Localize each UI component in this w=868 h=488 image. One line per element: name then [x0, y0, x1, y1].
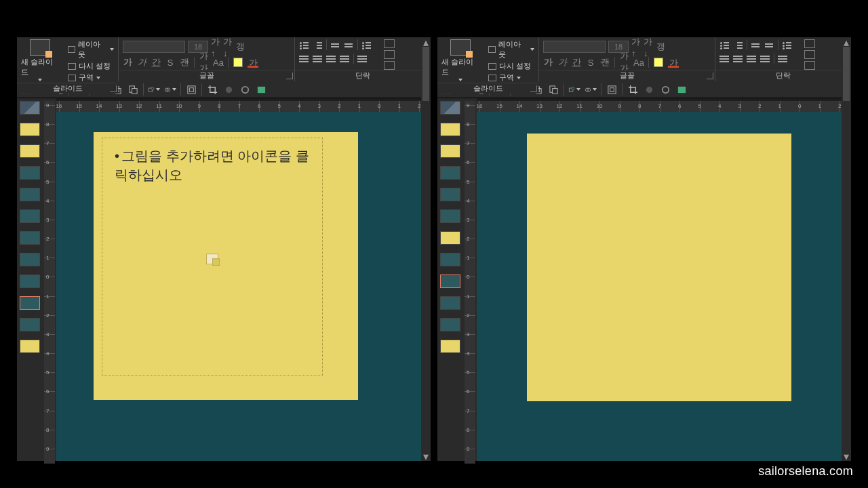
vertical-scrollbar[interactable]: ▴ ▾: [842, 37, 851, 461]
layout-button[interactable]: 레이아웃: [68, 39, 114, 60]
qat-slide-icon[interactable]: [675, 83, 688, 96]
thumb-6[interactable]: [440, 209, 460, 223]
qat-circle2-icon[interactable]: [659, 83, 671, 96]
align-left-button[interactable]: [719, 55, 730, 64]
reset-button[interactable]: 다시 설정: [68, 61, 114, 71]
qat-merge-icon[interactable]: [585, 83, 597, 96]
thumb-4[interactable]: [440, 166, 460, 180]
clear-format-button[interactable]: 갱: [235, 41, 245, 52]
change-case-button[interactable]: Aa: [214, 57, 223, 68]
char-spacing-button[interactable]: 가가: [199, 57, 209, 68]
align-right-button[interactable]: [326, 55, 336, 64]
italic-button[interactable]: 가: [137, 57, 146, 68]
smartart-button[interactable]: [804, 61, 815, 70]
thumb-2[interactable]: [20, 123, 40, 136]
qat-slide-icon[interactable]: [255, 83, 267, 96]
bold-button[interactable]: 가: [123, 57, 132, 68]
thumb-10[interactable]: [20, 318, 40, 331]
font-color-button[interactable]: 가: [668, 57, 679, 68]
thumb-10[interactable]: [440, 318, 460, 331]
content-placeholder[interactable]: •그림을 추가하려면 아이콘을 클릭하십시오: [102, 138, 323, 376]
section-button[interactable]: 구역: [488, 73, 534, 83]
highlight-color-button[interactable]: [233, 58, 243, 67]
thumb-selected[interactable]: [20, 296, 40, 310]
scroll-down-button[interactable]: ▾: [842, 451, 851, 461]
align-left-button[interactable]: [299, 55, 309, 64]
decrease-font-button[interactable]: 가↓: [223, 41, 233, 52]
qat-shape-icon[interactable]: [148, 83, 160, 96]
reset-button[interactable]: 다시 설정: [488, 61, 534, 71]
qat-group-icon[interactable]: [606, 83, 618, 96]
insert-picture-icon[interactable]: [206, 253, 218, 264]
align-text-button[interactable]: [804, 50, 815, 59]
indent-button[interactable]: [344, 41, 354, 49]
qat-paste-icon[interactable]: [547, 83, 559, 96]
qat-merge-icon[interactable]: [164, 83, 176, 96]
strike-button[interactable]: 갠: [600, 57, 610, 68]
thumb-9[interactable]: [20, 274, 40, 288]
font-color-button[interactable]: 가: [248, 57, 258, 68]
qat-shape-icon[interactable]: [568, 83, 580, 96]
slide-thumbnails[interactable]: [17, 98, 43, 461]
outdent-button[interactable]: [751, 41, 761, 49]
slide-canvas[interactable]: •그림을 추가하려면 아이콘을 클릭하십시오: [56, 112, 431, 461]
columns-button[interactable]: [778, 55, 788, 64]
line-spacing-button[interactable]: [782, 41, 792, 49]
numbering-button[interactable]: [733, 41, 743, 49]
underline-button[interactable]: 간: [151, 57, 161, 68]
layout-button[interactable]: 레이아웃: [488, 39, 534, 60]
slide[interactable]: •그림을 추가하려면 아이콘을 클릭하십시오: [94, 132, 358, 400]
thumb-3[interactable]: [440, 144, 460, 158]
increase-font-button[interactable]: 가↑: [631, 41, 641, 52]
dialog-launcher-icon[interactable]: [530, 85, 537, 92]
underline-button[interactable]: 간: [572, 57, 581, 68]
new-slide-button[interactable]: 새 슬라이드: [441, 39, 480, 81]
dialog-launcher-icon[interactable]: [286, 73, 293, 79]
strike-button[interactable]: 갠: [180, 57, 189, 68]
qat-crop-icon[interactable]: [627, 83, 639, 96]
slide-thumbnails[interactable]: [437, 98, 463, 461]
vertical-scrollbar[interactable]: ▴ ▾: [421, 37, 431, 461]
thumb-5[interactable]: [20, 188, 40, 201]
qat-crop-icon[interactable]: [206, 83, 218, 96]
shadow-button[interactable]: S: [165, 57, 175, 68]
text-direction-button[interactable]: [804, 39, 815, 48]
thumb-4[interactable]: [20, 166, 40, 180]
bold-button[interactable]: 가: [543, 57, 553, 68]
italic-button[interactable]: 가: [557, 57, 567, 68]
thumb-1[interactable]: [440, 101, 460, 115]
thumb-7[interactable]: [20, 231, 40, 245]
thumb-7[interactable]: [440, 231, 460, 245]
align-center-button[interactable]: [313, 55, 323, 64]
scroll-up-button[interactable]: ▴: [421, 37, 431, 47]
clear-format-button[interactable]: 갱: [656, 41, 665, 52]
scroll-thumb[interactable]: [422, 47, 429, 101]
qat-circle1-icon[interactable]: [643, 83, 655, 96]
highlight-color-button[interactable]: [654, 58, 663, 67]
qat-paste-icon[interactable]: [127, 83, 139, 96]
columns-button[interactable]: [357, 55, 368, 64]
thumb-1[interactable]: [20, 101, 40, 115]
shadow-button[interactable]: S: [586, 57, 595, 68]
thumb-5[interactable]: [440, 188, 460, 201]
increase-font-button[interactable]: 가↑: [211, 41, 220, 52]
align-justify-button[interactable]: [340, 55, 350, 64]
qat-group-icon[interactable]: [185, 83, 197, 96]
text-direction-button[interactable]: [384, 39, 395, 48]
align-justify-button[interactable]: [760, 55, 770, 64]
decrease-font-button[interactable]: 가↓: [644, 41, 653, 52]
scroll-up-button[interactable]: ▴: [842, 37, 851, 47]
qat-circle2-icon[interactable]: [239, 83, 251, 96]
change-case-button[interactable]: Aa: [634, 57, 644, 68]
font-family-combo[interactable]: [123, 41, 185, 53]
dialog-launcher-icon[interactable]: [110, 85, 117, 92]
thumb-2[interactable]: [440, 123, 460, 136]
bullets-button[interactable]: [299, 41, 309, 49]
scroll-thumb[interactable]: [843, 47, 850, 101]
align-right-button[interactable]: [747, 55, 757, 64]
line-spacing-button[interactable]: [361, 41, 372, 49]
align-text-button[interactable]: [384, 50, 395, 59]
thumb-3[interactable]: [20, 144, 40, 158]
thumb-selected[interactable]: [440, 274, 460, 288]
indent-button[interactable]: [764, 41, 774, 49]
